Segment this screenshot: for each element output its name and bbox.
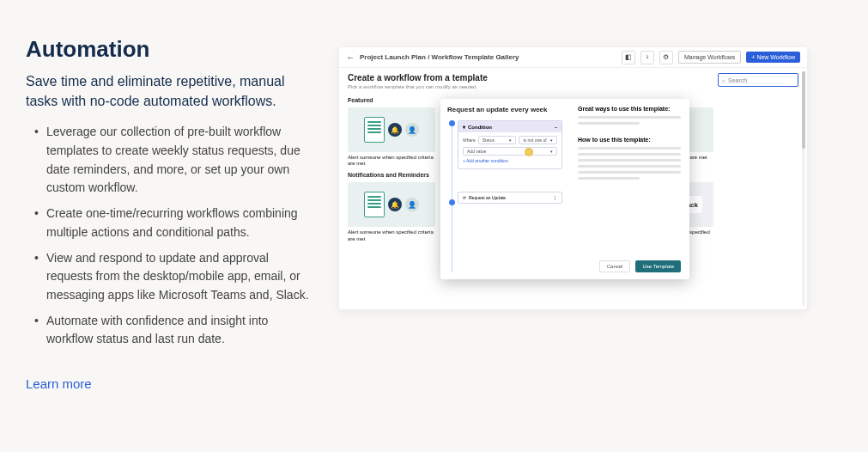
collapse-icon[interactable]: – xyxy=(555,125,557,130)
value-select[interactable]: Add value▾ xyxy=(463,147,557,156)
action-label: Request an Update xyxy=(469,195,506,200)
bullet-list: Leverage our collection of pre-built wor… xyxy=(26,123,315,349)
bullet-item: Create one-time/recurring workflows comb… xyxy=(34,205,315,241)
action-block[interactable]: ⟳Request an Update ⋮ xyxy=(458,192,562,204)
gallery-heading: Create a workflow from a template xyxy=(348,73,488,82)
bullet-item: Leverage our collection of pre-built wor… xyxy=(34,123,315,198)
template-preview-modal: Request an update every week ▾Condition … xyxy=(440,99,689,279)
scrollbar[interactable] xyxy=(802,71,805,306)
cancel-button[interactable]: Cancel xyxy=(599,260,631,272)
condition-block[interactable]: ▾Condition – Where Status▾ is not one of… xyxy=(458,120,562,169)
breadcrumb[interactable]: Project Launch Plan / Workflow Template … xyxy=(360,53,519,61)
bell-icon: 🔔 xyxy=(388,123,402,137)
manage-workflows-button[interactable]: Manage Workflows xyxy=(678,51,741,64)
learn-more-link[interactable]: Learn more xyxy=(26,376,92,391)
where-label: Where xyxy=(463,137,476,143)
bell-icon: 🔔 xyxy=(388,198,402,211)
field-select[interactable]: Status▾ xyxy=(478,136,517,144)
great-ways-heading: Great ways to use this template: xyxy=(578,106,681,112)
screenshot-panel: ← Project Launch Plan / Workflow Templat… xyxy=(331,0,868,452)
modal-title: Request an update every week xyxy=(447,106,562,113)
search-placeholder: Search xyxy=(728,77,747,83)
chevron-down-icon: ▾ xyxy=(550,149,553,154)
update-icon: ⟳ xyxy=(463,195,466,200)
more-icon[interactable]: ⋮ xyxy=(553,195,557,200)
bullet-item: View and respond to update and approval … xyxy=(34,249,315,305)
user-icon: 👤 xyxy=(405,123,419,137)
marketing-left-panel: Automation Save time and eliminate repet… xyxy=(0,0,331,452)
modal-workflow-preview: Request an update every week ▾Condition … xyxy=(440,99,569,279)
new-workflow-button[interactable]: + New Workflow xyxy=(746,52,800,63)
workflow-timeline: ▾Condition – Where Status▾ is not one of… xyxy=(447,120,562,272)
back-arrow-icon[interactable]: ← xyxy=(346,52,355,62)
how-to-heading: How to use this template: xyxy=(578,137,681,143)
user-icon: 👤 xyxy=(405,198,419,211)
cursor-icon xyxy=(525,148,533,156)
bullet-item: Automate with confidence and insight int… xyxy=(34,312,315,349)
app-subheader: Create a workflow from a template Pick a… xyxy=(339,68,807,93)
app-topbar: ← Project Launch Plan / Workflow Templat… xyxy=(339,47,807,68)
announce-icon[interactable]: ◧ xyxy=(622,51,635,64)
app-window: ← Project Launch Plan / Workflow Templat… xyxy=(339,47,807,309)
operator-select[interactable]: is not one of▾ xyxy=(519,136,557,144)
template-card[interactable]: 🔔 👤 Alert someone when specified criteri… xyxy=(348,182,435,241)
add-condition-link[interactable]: + Add another condition xyxy=(463,158,557,163)
idea-icon[interactable]: ♀ xyxy=(640,51,654,64)
card-caption: Alert someone when specified criteria ar… xyxy=(348,229,435,241)
condition-label: Condition xyxy=(468,125,492,130)
use-template-button[interactable]: Use Template xyxy=(635,260,681,272)
gallery-subheading: Pick a workflow template that you can mo… xyxy=(348,84,488,89)
search-icon: ⌕ xyxy=(722,77,725,83)
filter-icon: ▾ xyxy=(463,124,465,130)
card-caption: Alert someone when specified criteria ar… xyxy=(348,155,435,167)
template-card[interactable]: 🔔 👤 Alert someone when specified criteri… xyxy=(348,107,435,167)
page-subtitle: Save time and eliminate repetitive, manu… xyxy=(26,71,315,111)
gear-icon[interactable]: ⚙ xyxy=(659,51,673,64)
search-input[interactable]: ⌕ Search xyxy=(718,73,798,87)
scrollbar-thumb[interactable] xyxy=(802,71,805,149)
page-title: Automation xyxy=(26,36,315,63)
chevron-down-icon: ▾ xyxy=(509,137,512,143)
modal-info-panel: Great ways to use this template: How to … xyxy=(569,99,689,279)
chevron-down-icon: ▾ xyxy=(550,137,553,143)
